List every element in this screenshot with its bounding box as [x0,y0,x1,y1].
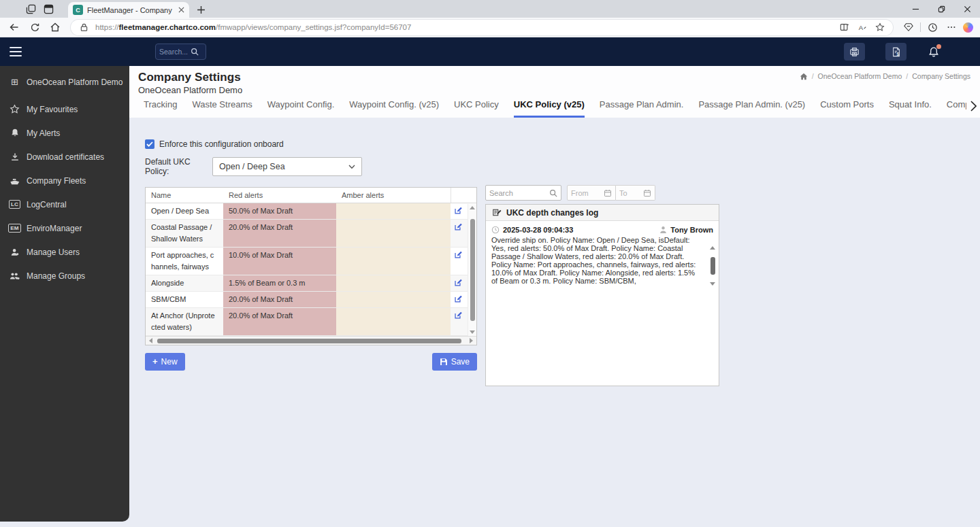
orders-icon[interactable] [844,43,865,61]
log-date-range [567,185,655,201]
sidebar-item-certificates[interactable]: Download certificates [0,145,129,169]
new-tab-button[interactable] [193,3,208,16]
edit-policy-icon[interactable] [453,294,463,303]
default-ukc-policy-select[interactable]: Open / Deep Sea [212,157,362,176]
edit-policy-icon[interactable] [453,205,463,215]
scroll-right-icon[interactable] [470,338,473,343]
calendar-icon[interactable] [604,189,612,197]
main-area: Company Settings OneOcean Platform Demo … [129,66,980,527]
clock-icon [491,226,500,234]
read-aloud-icon[interactable]: A [856,21,868,33]
scroll-down-icon[interactable] [710,282,715,286]
back-icon[interactable] [7,20,22,35]
date-from-input[interactable] [571,189,598,197]
table-row: At Anchor (Unprotected waters) 20.0% of … [146,308,476,336]
tab-passage-plan-admin[interactable]: Passage Plan Admin. [600,99,684,118]
tab-waypoint-config-v25[interactable]: Waypoint Config. (v25) [349,99,439,118]
tab-close-icon[interactable] [178,7,184,13]
favorite-star-icon[interactable] [874,21,886,33]
browser-tab-strip: C FleetManager - Company Setting [0,0,980,18]
close-window-icon[interactable] [954,0,980,18]
sidebar-item-enviromanager[interactable]: EM EnviroManager [0,216,129,240]
split-screen-icon[interactable] [838,21,851,33]
date-from-field[interactable] [567,185,616,201]
address-bar[interactable]: https://fleetmanager.chartco.com/fmwapp/… [71,20,893,35]
minimize-icon[interactable] [902,0,928,18]
tab-tracking[interactable]: Tracking [144,99,177,118]
scroll-up-icon[interactable] [470,206,475,209]
search-icon[interactable] [191,48,199,56]
tab-waypoint-config[interactable]: Waypoint Config. [267,99,335,118]
scroll-left-icon[interactable] [149,338,152,343]
calendar-icon[interactable] [643,189,651,197]
sidebar-item-platform[interactable]: ⊞ OneOcean Platform Demo [0,70,129,94]
log-search-input[interactable] [489,189,546,197]
browser-tab[interactable]: C FleetManager - Company Setting [68,2,189,18]
sidebar-item-logcentral[interactable]: LC LogCentral [0,192,129,216]
url-text: https://fleetmanager.chartco.com/fmwapp/… [95,23,833,31]
edit-policy-icon[interactable] [453,222,463,231]
menu-hamburger-icon[interactable] [10,46,23,58]
lock-icon[interactable] [78,21,90,33]
tab-waste-streams[interactable]: Waste Streams [192,99,252,118]
log-entry-scrollbar[interactable] [710,246,715,286]
log-entry-meta: 2025-03-28 09:04:33 Tony Brown [491,226,713,234]
refresh-icon[interactable] [27,20,42,35]
bell-icon [9,128,20,138]
home-icon[interactable] [48,20,63,35]
log-search-box[interactable] [485,185,561,201]
log-filters [485,185,719,201]
tab-ukc-policy-v25[interactable]: UKC Policy (v25) [514,99,585,118]
tab-content: Enforce this configuration onboard Defau… [129,118,980,527]
edit-policy-icon[interactable] [453,250,463,259]
workspaces-icon[interactable] [22,1,39,16]
sidebar-item-fleets[interactable]: Company Fleets [0,169,129,192]
user-icon [9,248,20,257]
history-icon[interactable] [925,20,940,35]
scroll-up-icon[interactable] [710,246,715,250]
table-row: Coastal Passage / Shallow Waters 20.0% o… [146,220,476,248]
browser-essentials-icon[interactable] [901,20,916,35]
breadcrumb-item[interactable]: Company Settings [906,72,970,80]
grid-plus-icon: ⊞ [9,77,20,87]
new-button[interactable]: + New [145,353,185,371]
notifications-bell-icon[interactable] [927,44,941,60]
date-to-field[interactable] [616,185,655,201]
log-entry: 2025-03-28 09:04:33 Tony Brown [486,221,719,285]
enforce-config-checkbox[interactable] [145,139,154,149]
sidebar-item-alerts[interactable]: My Alerts [0,121,129,145]
tab-actions-icon[interactable] [39,1,57,16]
table-horizontal-scrollbar[interactable] [146,336,476,345]
tab-squat-info[interactable]: Squat Info. [889,99,932,118]
sidebar-item-manage-users[interactable]: Manage Users [0,240,129,264]
notification-badge [936,44,941,49]
date-to-input[interactable] [619,189,637,197]
sidebar: ⊞ OneOcean Platform Demo My Favourites M… [0,66,129,522]
tabs-scroll-right-icon[interactable] [966,99,980,114]
billing-document-icon[interactable]: $ [885,43,906,61]
vertical-scroll-thumb[interactable] [470,219,475,321]
users-group-icon [9,271,20,281]
breadcrumb-home-icon[interactable] [800,73,808,80]
copilot-icon[interactable] [963,22,973,33]
tab-custom-ports[interactable]: Custom Ports [820,99,874,118]
horizontal-scroll-thumb[interactable] [157,339,461,343]
breadcrumb-item[interactable]: OneOcean Platform Demo [812,72,902,80]
policy-table-column: Name Red alerts Amber alerts Open / Deep… [145,185,477,371]
log-scroll-thumb[interactable] [710,257,715,275]
global-search[interactable] [155,44,206,60]
tab-ukc-policy[interactable]: UKC Policy [454,99,499,118]
table-row: Open / Deep Sea 50.0% of Max Draft [146,203,476,220]
table-vertical-scrollbar[interactable] [468,204,476,336]
tab-passage-plan-admin-v25[interactable]: Passage Plan Admin. (v25) [698,99,805,118]
more-options-icon[interactable] [944,20,959,35]
save-button[interactable]: Save [432,353,477,371]
edit-policy-icon[interactable] [453,277,463,287]
edit-policy-icon[interactable] [453,310,463,320]
sidebar-item-favourites[interactable]: My Favourites [0,97,129,121]
restore-icon[interactable] [928,0,954,18]
scroll-down-icon[interactable] [470,330,475,334]
global-search-input[interactable] [159,48,191,56]
search-icon[interactable] [549,189,557,197]
sidebar-item-manage-groups[interactable]: Manage Groups [0,264,129,288]
